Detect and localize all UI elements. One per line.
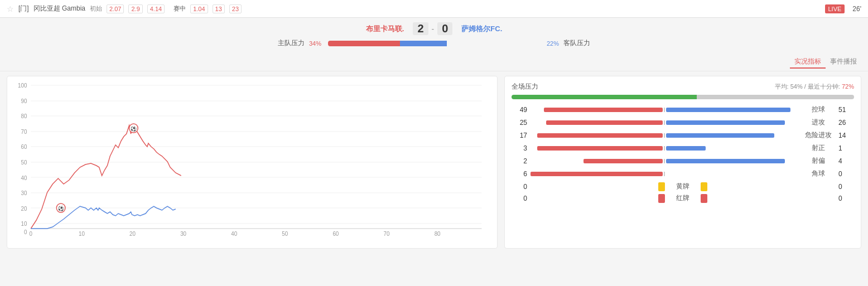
- svg-text:0: 0: [30, 231, 33, 237]
- dangerous-away-bar: [666, 133, 774, 138]
- stat-label-shots-off: 射偏: [802, 156, 835, 166]
- svg-text:60: 60: [332, 231, 339, 237]
- stat-row-corners: 6 角球 0: [512, 169, 854, 178]
- league-name: 冈比亚超 Gambia: [33, 4, 85, 13]
- svg-text:30: 30: [180, 231, 186, 237]
- live-badge: LIVE: [825, 4, 845, 13]
- home-team-name: 布里卡马联.: [366, 24, 404, 34]
- odds-value-2[interactable]: 2.9: [128, 4, 142, 13]
- stat-label-possession: 控球: [802, 105, 835, 114]
- stats-section-label: 全场压力: [512, 82, 538, 91]
- svg-text:⚽: ⚽: [131, 125, 137, 132]
- svg-text:⚽: ⚽: [58, 205, 65, 212]
- header: ☆ [门] 冈比亚超 Gambia 初始 2.07 2.9 4.14 赛中 1.…: [0, 0, 868, 18]
- svg-text:40: 40: [231, 231, 237, 237]
- league-flag: [门]: [18, 4, 29, 13]
- stat-home-val-attack: 25: [512, 119, 527, 127]
- odds-value-1[interactable]: 2.07: [107, 4, 124, 13]
- pressure-away-bar: [400, 41, 447, 46]
- red-card-label: 红牌: [666, 193, 700, 203]
- pressure-chart: 100 90 80 70 60 50 40 30 20 10 0 0 10 20…: [12, 81, 493, 237]
- svg-text:60: 60: [21, 144, 27, 150]
- red-away-val: 0: [838, 195, 854, 202]
- stat-row-possession: 49 控球 51: [512, 105, 854, 114]
- svg-text:100: 100: [18, 83, 27, 89]
- card-row-red: 0 红牌 0: [512, 193, 854, 203]
- stat-row-dangerous-attack: 17 危险进攻 14: [512, 130, 854, 140]
- red-home-val: 0: [512, 195, 527, 202]
- stat-label-shots-on: 射正: [802, 143, 835, 153]
- pressure-home-label: 主队压力: [278, 38, 305, 48]
- score-section: 布里卡马联. 2 - 0 萨姆格尔FC. 主队压力 34% 22% 客队压力: [0, 18, 868, 54]
- svg-text:20: 20: [129, 231, 136, 237]
- svg-text:90: 90: [21, 98, 27, 104]
- stat-home-val-shots-off: 2: [512, 157, 527, 165]
- pressure-away-label: 客队压力: [563, 38, 590, 48]
- stat-away-val-attack: 26: [838, 119, 854, 127]
- star-icon[interactable]: ☆: [7, 4, 14, 13]
- attack-home-bar: [546, 120, 663, 125]
- stats-area: 全场压力 平均: 54% / 最近十分钟: 72% 49 控球: [504, 76, 861, 249]
- chart-area: 100 90 80 70 60 50 40 30 20 10 0 0 10 20…: [7, 76, 498, 249]
- stat-bar-dangerous: [531, 133, 798, 138]
- stat-away-val-shots-off: 4: [838, 157, 854, 165]
- stats-avg-label: 平均: 54% / 最近十分钟: 72%: [775, 83, 854, 91]
- stats-title-row: 全场压力 平均: 54% / 最近十分钟: 72%: [512, 82, 854, 91]
- odds-value-5[interactable]: 13: [213, 4, 225, 13]
- yellow-card-away-icon: [701, 182, 707, 191]
- svg-text:40: 40: [21, 175, 27, 181]
- odds-value-4[interactable]: 1.04: [190, 4, 208, 13]
- stat-away-val-dangerous: 14: [838, 132, 854, 139]
- shots-on-home-bar: [537, 146, 663, 151]
- tab-events[interactable]: 事件播报: [826, 56, 861, 69]
- stat-away-val-possession: 51: [838, 106, 854, 114]
- red-bar-group: 红牌: [531, 193, 835, 203]
- pressure-home-bar: [328, 41, 400, 46]
- stat-home-val-possession: 49: [512, 106, 527, 114]
- stat-away-val-shots-on: 1: [838, 144, 854, 152]
- stat-row-shots-on: 3 射正 1: [512, 143, 854, 153]
- svg-text:70: 70: [384, 231, 390, 237]
- stat-away-val-corners: 0: [838, 170, 854, 178]
- svg-text:10: 10: [21, 221, 27, 227]
- svg-text:30: 30: [21, 190, 27, 196]
- yellow-away-val: 0: [838, 183, 854, 191]
- shots-off-away-bar: [666, 159, 785, 163]
- shots-on-away-bar: [666, 146, 706, 151]
- stat-bar-attack: [531, 120, 798, 125]
- stat-home-val-corners: 6: [512, 170, 527, 178]
- full-pressure-away: [697, 95, 854, 99]
- stat-row-shots-off: 2 射偏 4: [512, 156, 854, 166]
- svg-text:50: 50: [21, 159, 27, 166]
- score-box: 2 - 0: [413, 22, 452, 35]
- stat-bar-shots-off: [531, 159, 798, 163]
- pressure-home-pct: 34%: [309, 40, 321, 47]
- svg-text:80: 80: [21, 113, 27, 119]
- away-score: 0: [437, 22, 452, 35]
- full-pressure-bar: [512, 95, 854, 99]
- tab-live-stats[interactable]: 实况指标: [790, 56, 826, 69]
- svg-text:50: 50: [282, 231, 288, 237]
- stat-bar-corners: [531, 172, 798, 176]
- possession-home-bar: [544, 108, 663, 112]
- full-pressure-home: [512, 95, 697, 99]
- stat-label-dangerous: 危险进攻: [802, 130, 835, 140]
- shots-off-home-bar: [584, 159, 663, 163]
- minute-display: 26': [852, 5, 861, 13]
- svg-text:70: 70: [21, 129, 27, 135]
- stat-bar-possession: [531, 108, 798, 112]
- away-team-name: 萨姆格尔FC.: [461, 24, 502, 34]
- svg-text:10: 10: [79, 231, 85, 237]
- odds-value-3[interactable]: 4.14: [147, 4, 165, 13]
- stat-row-attack: 25 进攻 26: [512, 118, 854, 127]
- main-content: 100 90 80 70 60 50 40 30 20 10 0 0 10 20…: [0, 71, 868, 253]
- svg-text:20: 20: [21, 206, 27, 212]
- dangerous-home-bar: [537, 133, 663, 138]
- stat-label-attack: 进攻: [802, 118, 835, 127]
- odds-value-6[interactable]: 23: [229, 4, 242, 13]
- svg-text:80: 80: [435, 231, 441, 237]
- corners-home-bar: [531, 172, 663, 176]
- tabs-row: 实况指标 事件播报: [0, 54, 868, 71]
- pressure-away-pct: 22%: [547, 40, 559, 47]
- yellow-card-home-icon: [658, 182, 665, 191]
